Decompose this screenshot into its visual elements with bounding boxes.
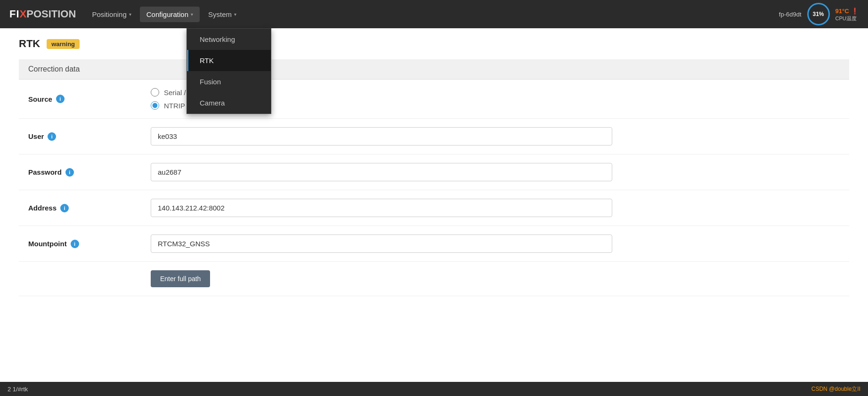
nav-label-configuration: Configuration xyxy=(146,10,188,18)
password-info-icon[interactable]: i xyxy=(65,168,74,177)
cpu-temp-label: ❗ xyxy=(851,8,859,15)
nav-label-positioning: Positioning xyxy=(92,10,126,18)
dropdown-item-fusion[interactable]: Fusion xyxy=(187,71,271,92)
dropdown-item-camera[interactable]: Camera xyxy=(187,92,271,113)
nav-item-positioning[interactable]: Positioning ▾ xyxy=(85,7,138,22)
correction-data-form: Source i Serial / TCP NTRIP client xyxy=(19,80,849,296)
mountpoint-label: Mountpoint i xyxy=(28,240,151,248)
address-input[interactable] xyxy=(151,199,612,217)
password-row: Password i xyxy=(19,154,849,190)
cpu-temp-display: 91°C ❗ CPU温度 xyxy=(836,7,859,22)
mountpoint-info-icon[interactable]: i xyxy=(71,240,79,248)
cpu-temp-value: 91°C xyxy=(836,8,849,15)
nav-item-configuration[interactable]: Configuration ▾ xyxy=(140,7,200,22)
source-label: Source i xyxy=(28,95,151,103)
enter-path-row: Enter full path xyxy=(19,262,849,296)
app-header: FIXPOSITION Positioning ▾ Configuration … xyxy=(0,0,868,28)
user-label: User i xyxy=(28,132,151,141)
enter-full-path-button[interactable]: Enter full path xyxy=(151,270,210,287)
logo-x: X xyxy=(20,8,27,20)
user-row: User i xyxy=(19,119,849,154)
address-value xyxy=(151,199,840,217)
user-info-icon[interactable]: i xyxy=(48,132,56,141)
nav-label-system: System xyxy=(208,10,232,18)
cpu-label: CPU温度 xyxy=(836,15,859,22)
mountpoint-input[interactable] xyxy=(151,234,612,253)
warning-badge: warning xyxy=(47,39,80,49)
address-info-icon[interactable]: i xyxy=(60,204,69,212)
chevron-down-icon: ▾ xyxy=(191,12,193,17)
section-header: Correction data xyxy=(19,59,849,80)
cpu-gauge: 31% xyxy=(807,3,830,25)
main-nav: Positioning ▾ Configuration ▾ System ▾ xyxy=(85,7,779,22)
radio-serial-tcp-input[interactable] xyxy=(151,88,159,97)
logo: FIXPOSITION xyxy=(9,8,76,20)
mountpoint-value xyxy=(151,234,840,253)
dropdown-item-rtk[interactable]: RTK xyxy=(187,50,271,71)
enter-path-value: Enter full path xyxy=(151,270,840,287)
bottom-bar: 2 1/#rtk CSDN @double立II xyxy=(0,382,868,396)
bottom-right: CSDN @double立II xyxy=(811,385,860,393)
address-label: Address i xyxy=(28,204,151,212)
source-row: Source i Serial / TCP NTRIP client xyxy=(19,80,849,119)
logo-position: POSITION xyxy=(26,8,76,20)
dropdown-item-networking[interactable]: Networking xyxy=(187,29,271,50)
header-right: fp-6d9dt 31% 91°C ❗ CPU温度 xyxy=(779,3,859,25)
device-id: fp-6d9dt xyxy=(779,11,802,18)
user-value xyxy=(151,127,840,145)
section-label: Correction data xyxy=(28,65,80,73)
logo-fi: FI xyxy=(9,8,20,20)
source-info-icon[interactable]: i xyxy=(56,95,65,103)
nav-item-system[interactable]: System ▾ xyxy=(202,7,243,22)
page-header: RTK warning xyxy=(19,38,849,50)
user-input[interactable] xyxy=(151,127,612,145)
mountpoint-row: Mountpoint i xyxy=(19,226,849,262)
chevron-down-icon: ▾ xyxy=(129,12,131,17)
password-value xyxy=(151,163,840,181)
address-row: Address i xyxy=(19,190,849,226)
cpu-percent: 31% xyxy=(812,11,824,17)
configuration-dropdown: Networking RTK Fusion Camera xyxy=(187,28,271,114)
chevron-down-icon: ▾ xyxy=(234,12,236,17)
password-label: Password i xyxy=(28,168,151,177)
main-content: RTK warning Correction data Source i Ser… xyxy=(0,28,868,396)
password-input[interactable] xyxy=(151,163,612,181)
bottom-left: 2 1/#rtk xyxy=(8,386,28,393)
page-title: RTK xyxy=(19,38,40,50)
radio-ntrip-input[interactable] xyxy=(151,101,159,110)
